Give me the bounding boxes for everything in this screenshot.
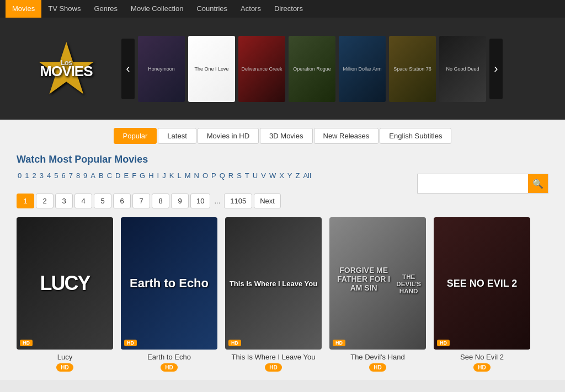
alpha-o[interactable]: O [201,171,209,180]
movie-card-leave[interactable]: This Is Where I Leave You HD This Is Whe… [225,217,322,372]
alpha-2[interactable]: 2 [31,171,37,180]
tab-3d[interactable]: 3D Movies [260,128,312,144]
movie-poster-echo: Earth to Echo HD [121,217,217,350]
alpha-7[interactable]: 7 [68,171,74,180]
alpha-q[interactable]: Q [218,171,226,180]
alpha-y[interactable]: Y [286,171,294,180]
carousel-prev[interactable]: ‹ [121,39,135,99]
page-10[interactable]: 10 [190,194,210,208]
alpha-5[interactable]: 5 [53,171,59,180]
alpha-b[interactable]: B [98,171,105,180]
page-8[interactable]: 8 [152,194,169,208]
nav-countries[interactable]: Countries [190,0,234,18]
movie-card-devils-hand[interactable]: FORGIVE ME FATHER FOR I AM SINTHE DEVIL'… [329,217,426,372]
alpha-f[interactable]: F [131,171,137,180]
alpha-3[interactable]: 3 [39,171,45,180]
movie-grid: LUCY HD Lucy HD Earth to Echo HD Earth t… [17,217,548,372]
alpha-j[interactable]: J [161,171,167,180]
nav-movies[interactable]: Movies [6,0,41,18]
alpha-m[interactable]: M [184,171,192,180]
tab-subtitles[interactable]: English Subtitles [380,128,451,144]
page-3[interactable]: 3 [55,194,73,208]
movie-hd-tag: HD [265,363,281,372]
movie-title-lucy: Lucy [17,353,113,361]
alpha-r[interactable]: R [227,171,234,180]
carousel-item[interactable]: The One I Love [188,36,235,102]
alpha-e[interactable]: E [122,171,130,180]
page-6[interactable]: 6 [113,194,131,208]
alpha-h[interactable]: H [147,171,154,180]
movie-poster-lucy: LUCY HD [17,217,113,350]
tab-latest[interactable]: Latest [158,128,196,144]
alpha-s[interactable]: S [236,171,243,180]
nav-directors[interactable]: Directors [268,0,310,18]
alpha-v[interactable]: V [260,171,267,180]
alpha-all[interactable]: All [302,171,312,180]
alpha-8[interactable]: 8 [75,171,81,180]
alpha-p[interactable]: P [210,171,217,180]
hd-badge: HD [20,340,33,346]
nav-tvshows[interactable]: TV Shows [41,0,87,18]
main-content: Popular Latest Movies in HD 3D Movies Ne… [0,120,565,380]
hd-badge: HD [437,340,450,346]
movie-hd-tag: HD [161,363,177,372]
carousel-item[interactable]: Million Dollar Arm [339,36,386,102]
tab-new-releases[interactable]: New Releases [314,128,379,144]
movie-poster-see-no-evil: SEE NO EVIL 2 HD [434,217,530,350]
page-9[interactable]: 9 [171,194,189,208]
tab-popular[interactable]: Popular [114,128,157,144]
search-box: 🔍 [417,174,548,194]
logo-wrap: ★ Los MOVIES [11,28,121,110]
carousel-item[interactable]: Operation Rogue [289,36,335,102]
nav-actors[interactable]: Actors [234,0,268,18]
alpha-a[interactable]: A [89,171,97,180]
carousel-item[interactable]: Space Station 76 [389,36,436,102]
page-2[interactable]: 2 [36,194,54,208]
tab-movies-hd[interactable]: Movies in HD [198,128,259,144]
alpha-0[interactable]: 0 [17,171,23,180]
alpha-x[interactable]: X [278,171,285,180]
section-title: Watch Most Popular Movies [17,154,417,165]
movie-card-see-no-evil[interactable]: SEE NO EVIL 2 HD See No Evil 2 HD [434,217,530,372]
page-1[interactable]: 1 [17,194,34,208]
alpha-c[interactable]: C [106,171,113,180]
pagination: 1 2 3 4 5 6 7 8 9 10 ... 1105 Next [17,194,548,208]
carousel-item[interactable]: Deliverance Creek [238,36,285,102]
movie-hd-tag: HD [473,363,490,372]
nav-genres[interactable]: Genres [87,0,124,18]
alpha-i[interactable]: I [156,171,161,180]
hero-section: ★ Los MOVIES ‹ Honeymoon The One I Love … [0,18,565,120]
page-4[interactable]: 4 [74,194,92,208]
alpha-u[interactable]: U [252,171,259,180]
alpha-l[interactable]: L [176,171,182,180]
hd-badge: HD [333,340,345,346]
alpha-d[interactable]: D [114,171,121,180]
alpha-9[interactable]: 9 [82,171,88,180]
nav-collection[interactable]: Movie Collection [124,0,190,18]
hd-badge: HD [124,340,137,346]
alpha-g[interactable]: G [138,171,146,180]
page-last[interactable]: 1105 [224,194,252,208]
alpha-1[interactable]: 1 [24,171,30,180]
tabs: Popular Latest Movies in HD 3D Movies Ne… [17,128,548,144]
movie-hd-tag: HD [56,363,73,372]
search-icon: 🔍 [532,179,543,189]
alpha-4[interactable]: 4 [46,171,52,180]
search-input[interactable] [418,174,528,193]
alpha-n[interactable]: N [193,171,200,180]
search-button[interactable]: 🔍 [528,174,548,193]
alpha-z[interactable]: Z [295,171,301,180]
alpha-w[interactable]: W [268,171,277,180]
page-next[interactable]: Next [254,194,281,208]
alpha-t[interactable]: T [244,171,250,180]
carousel-next[interactable]: › [489,39,503,99]
alpha-k[interactable]: K [168,171,175,180]
page-5[interactable]: 5 [94,194,111,208]
movie-card-echo[interactable]: Earth to Echo HD Earth to Echo HD [121,217,217,372]
carousel-item[interactable]: No Good Deed [439,36,486,102]
carousel-item[interactable]: Honeymoon [138,36,185,102]
alpha-6[interactable]: 6 [60,171,66,180]
page-7[interactable]: 7 [132,194,150,208]
movie-card-lucy[interactable]: LUCY HD Lucy HD [17,217,113,372]
carousel: ‹ Honeymoon The One I Love Deliverance C… [121,36,554,102]
